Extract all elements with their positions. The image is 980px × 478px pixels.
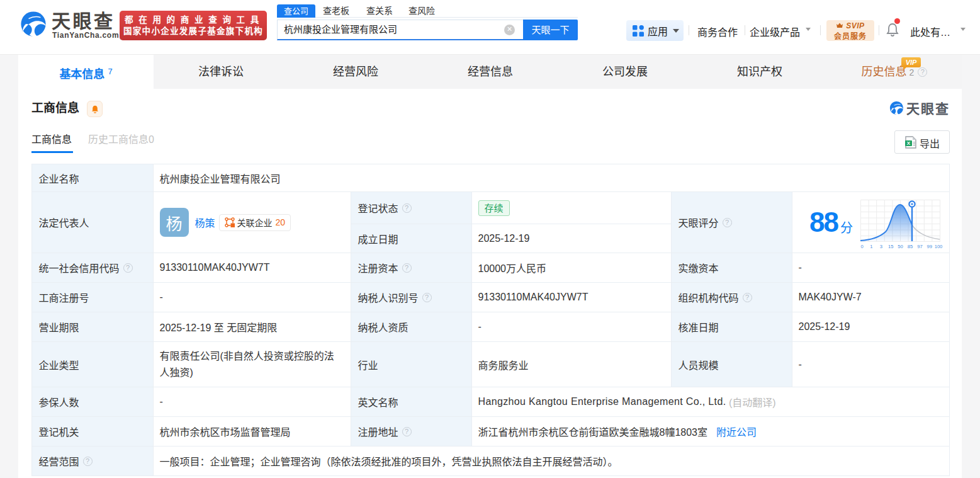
svg-text:1: 1 (870, 244, 872, 249)
svg-text:100: 100 (935, 244, 943, 249)
svg-text:15: 15 (888, 244, 893, 249)
svg-text:97: 97 (917, 244, 922, 249)
svg-text:85: 85 (908, 244, 913, 249)
svg-text:99: 99 (927, 244, 932, 249)
svg-text:3: 3 (880, 244, 882, 249)
svg-text:X: X (907, 140, 911, 146)
svg-text:0: 0 (860, 244, 863, 249)
svg-text:50: 50 (898, 244, 903, 249)
